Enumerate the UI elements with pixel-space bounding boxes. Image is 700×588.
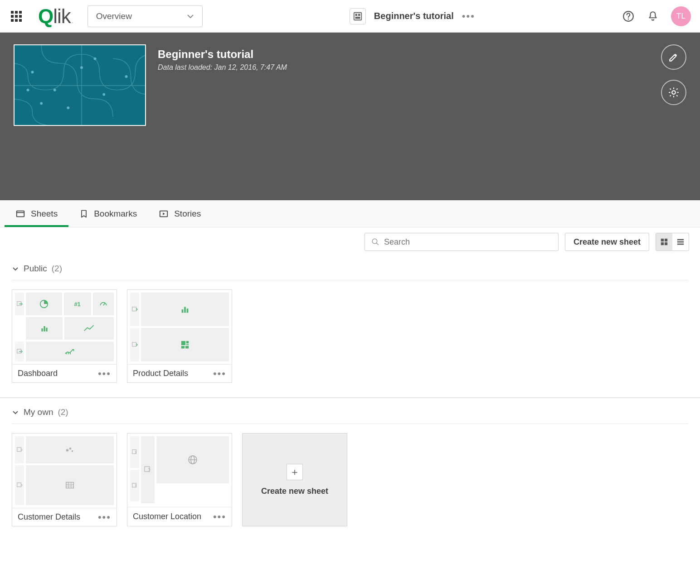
stories-icon	[159, 209, 169, 219]
trendline-icon	[64, 347, 75, 356]
bookmark-icon	[79, 209, 88, 219]
svg-point-51	[69, 448, 72, 450]
svg-point-7	[31, 71, 34, 73]
svg-point-11	[125, 75, 128, 78]
hero-title: Beginner's tutorial	[158, 48, 287, 61]
tab-stories[interactable]: Stories	[148, 200, 212, 227]
sheet-preview	[12, 434, 117, 508]
svg-line-21	[376, 243, 379, 245]
handle-icon	[141, 436, 155, 503]
sheet-preview: #1	[12, 290, 117, 364]
qlik-logo[interactable]: Qlik.	[38, 5, 73, 28]
tab-label: Sheets	[31, 209, 58, 219]
create-new-sheet-card[interactable]: ＋ Create new sheet	[242, 433, 347, 526]
search-input[interactable]	[384, 237, 552, 247]
svg-rect-24	[661, 242, 664, 245]
svg-point-10	[102, 93, 105, 96]
top-bar: Qlik. Overview Beginner's tutorial ••• T…	[0, 0, 700, 33]
section-count: (2)	[52, 264, 62, 274]
svg-point-12	[67, 106, 69, 109]
content-tabs: Sheets Bookmarks Stories	[0, 200, 700, 227]
svg-rect-25	[665, 242, 667, 245]
handle-icon	[15, 436, 24, 463]
sheet-more-icon[interactable]: •••	[213, 368, 226, 380]
svg-rect-53	[17, 483, 21, 487]
svg-rect-42	[187, 308, 189, 313]
svg-rect-17	[17, 211, 24, 217]
apps-grid-icon[interactable]	[11, 11, 22, 22]
search-box[interactable]	[365, 233, 559, 251]
list-view-button[interactable]	[672, 233, 689, 251]
sheets-toolbar: Create new sheet	[0, 227, 700, 256]
section-my-own-header[interactable]: My own (2)	[12, 407, 688, 424]
gauge-icon	[99, 299, 108, 308]
svg-rect-32	[41, 328, 43, 332]
app-more-icon[interactable]: •••	[462, 10, 475, 22]
notifications-button[interactable]	[647, 10, 659, 23]
handle-icon	[15, 342, 24, 361]
handle-icon	[130, 293, 139, 326]
grid-view-button[interactable]	[656, 233, 672, 251]
svg-rect-33	[44, 326, 45, 332]
svg-rect-37	[68, 352, 69, 354]
svg-point-5	[628, 18, 629, 19]
grid-icon	[660, 238, 668, 246]
section-divider	[0, 397, 700, 398]
svg-rect-35	[17, 349, 21, 353]
view-toggle	[656, 233, 689, 251]
sheet-card-dashboard[interactable]: #1 Dashboard •••	[12, 289, 117, 383]
globe-icon	[187, 454, 198, 465]
chevron-down-icon	[12, 409, 19, 416]
user-avatar[interactable]: TL	[671, 6, 691, 26]
svg-rect-2	[358, 14, 360, 16]
svg-rect-41	[184, 307, 186, 313]
section-count: (2)	[58, 407, 68, 417]
edit-button[interactable]	[661, 44, 686, 70]
sheet-more-icon[interactable]: •••	[98, 368, 111, 380]
svg-rect-44	[181, 341, 185, 345]
avatar-initials: TL	[676, 12, 685, 21]
svg-rect-22	[661, 239, 664, 241]
svg-rect-3	[355, 16, 360, 19]
sheet-title: Customer Location	[133, 512, 201, 521]
app-thumbnail-button[interactable]	[350, 8, 366, 24]
settings-button[interactable]	[661, 80, 686, 105]
sheet-card-product-details[interactable]: Product Details •••	[127, 289, 232, 383]
hero-subtitle: Data last loaded: Jan 12, 2016, 7:47 AM	[158, 63, 287, 72]
handle-icon	[130, 328, 139, 361]
sheets-icon	[15, 209, 25, 219]
view-selector-dropdown[interactable]: Overview	[88, 5, 203, 27]
section-my-own: My own (2) Customer Details •••	[0, 400, 700, 539]
sheet-card-customer-details[interactable]: Customer Details •••	[12, 433, 117, 526]
tab-sheets[interactable]: Sheets	[5, 200, 68, 227]
sheet-card-customer-location[interactable]: Customer Location •••	[127, 433, 232, 526]
svg-rect-49	[17, 448, 21, 452]
svg-point-50	[66, 449, 69, 452]
svg-rect-27	[677, 241, 684, 243]
handle-icon	[130, 470, 139, 501]
section-public: Public (2) #1	[0, 256, 700, 395]
help-button[interactable]	[622, 10, 635, 23]
svg-rect-28	[677, 244, 684, 245]
tab-bookmarks[interactable]: Bookmarks	[68, 200, 148, 227]
app-thumbnail[interactable]	[14, 44, 146, 126]
create-sheet-button[interactable]: Create new sheet	[565, 233, 649, 251]
sheet-title: Product Details	[133, 369, 188, 378]
svg-rect-47	[181, 346, 185, 349]
svg-point-8	[53, 89, 56, 92]
sheet-title: Dashboard	[18, 369, 58, 378]
bar-icon	[40, 324, 49, 333]
handle-icon	[15, 465, 24, 505]
create-new-sheet-label: Create new sheet	[261, 487, 328, 496]
bell-icon	[647, 10, 659, 22]
svg-point-13	[40, 102, 43, 105]
pencil-icon	[668, 51, 680, 63]
sheet-more-icon[interactable]: •••	[213, 511, 226, 523]
help-icon	[622, 10, 634, 22]
sheet-title: Customer Details	[18, 512, 80, 522]
sheet-more-icon[interactable]: •••	[98, 511, 111, 523]
view-selector-label: Overview	[96, 11, 132, 21]
section-public-header[interactable]: Public (2)	[12, 264, 688, 280]
list-icon	[676, 238, 685, 246]
app-title: Beginner's tutorial	[374, 11, 454, 21]
